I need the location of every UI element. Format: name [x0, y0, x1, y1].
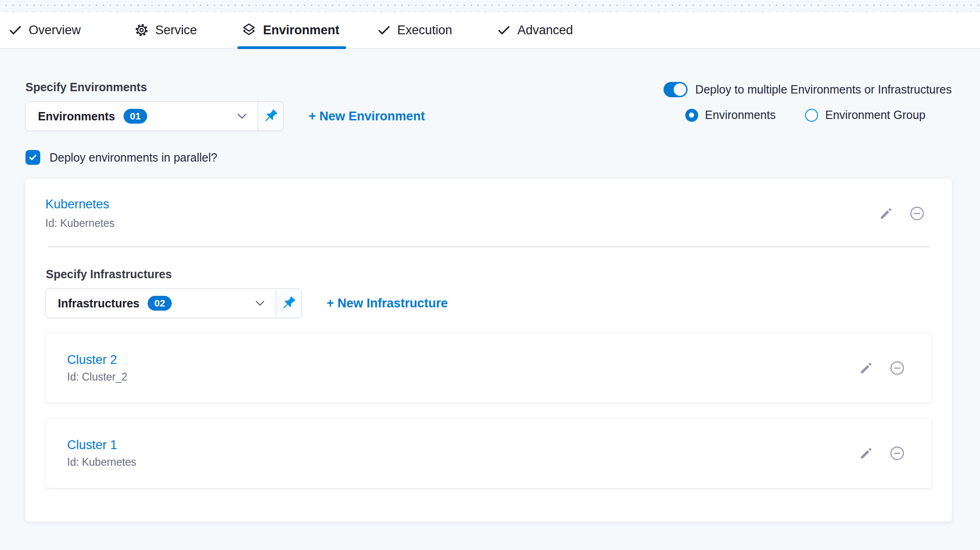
minus-circle-icon [889, 445, 906, 462]
pin-environments-button[interactable] [258, 102, 283, 131]
infrastructures-count-badge: 02 [148, 296, 171, 311]
infrastructure-id: Id: Kubernetes [67, 456, 136, 469]
tab-execution[interactable]: Execution [377, 12, 453, 48]
infrastructure-card: Cluster 2 Id: Cluster_2 [45, 333, 932, 403]
infrastructure-actions [859, 360, 906, 376]
deploy-parallel-row: Deploy environments in parallel? [25, 150, 952, 165]
tab-label: Execution [397, 23, 453, 38]
tab-overview[interactable]: Overview [8, 12, 81, 48]
environment-card: Kubernetes Id: Kubernetes Specify Infras… [25, 179, 952, 522]
radio-environment-group-label: Environment Group [825, 108, 925, 122]
tab-advanced[interactable]: Advanced [497, 12, 573, 48]
minus-circle-icon [889, 360, 906, 376]
infrastructure-card: Cluster 1 Id: Kubernetes [45, 418, 932, 488]
tab-label: Overview [29, 23, 81, 38]
radio-environments-label: Environments [705, 108, 776, 122]
environments-dropdown-value[interactable]: Environments 01 [26, 102, 258, 131]
edit-environment-button[interactable] [879, 206, 893, 220]
toggle-knob [674, 83, 686, 96]
infrastructure-id: Id: Cluster_2 [67, 371, 127, 383]
infrastructures-picker-row: Infrastructures 02 + New Infrastructure [45, 288, 932, 318]
new-environment-button[interactable]: + New Environment [309, 109, 425, 124]
deploy-parallel-checkbox[interactable] [25, 150, 40, 165]
multi-toggle-row: Deploy to multiple Environments or Infra… [664, 82, 952, 97]
radio-environment-group[interactable]: Environment Group [805, 108, 925, 122]
edit-infrastructure-button[interactable] [859, 446, 873, 460]
environment-divider [48, 246, 929, 247]
environment-tab-page: Overview Service Environment Execution A… [0, 0, 980, 550]
tab-label: Advanced [517, 23, 573, 38]
chevron-down-icon [236, 110, 248, 123]
environment-card-titles: Kubernetes Id: Kubernetes [45, 197, 115, 230]
environment-tab-content: Specify Environments Environments 01 + N… [0, 49, 980, 522]
tab-label: Service [155, 23, 197, 38]
stage-tabbar: Overview Service Environment Execution A… [0, 12, 980, 49]
tab-environment[interactable]: Environment [241, 12, 340, 48]
infrastructure-card-titles: Cluster 1 Id: Kubernetes [67, 438, 136, 469]
environments-dropdown-label: Environments [38, 110, 115, 123]
environments-dropdown[interactable]: Environments 01 [25, 101, 284, 131]
check-icon [8, 23, 22, 37]
environments-count-badge: 01 [124, 109, 147, 124]
remove-infrastructure-button[interactable] [889, 360, 906, 376]
infrastructure-card-titles: Cluster 2 Id: Cluster_2 [67, 353, 127, 383]
multi-environments-toggle[interactable] [664, 82, 688, 97]
pin-icon [263, 107, 279, 125]
check-icon [377, 23, 391, 37]
infrastructures-dropdown-label: Infrastructures [58, 297, 139, 310]
tab-label: Environment [263, 23, 340, 38]
pin-infrastructures-button[interactable] [276, 289, 301, 318]
edit-infrastructure-button[interactable] [859, 361, 873, 375]
infrastructures-dropdown-value[interactable]: Infrastructures 02 [46, 289, 276, 318]
pipeline-canvas-dots [0, 0, 980, 12]
specify-infrastructures-heading: Specify Infrastructures [45, 268, 932, 281]
environment-name-link[interactable]: Kubernetes [45, 197, 115, 212]
environment-actions [879, 205, 932, 222]
pencil-icon [859, 446, 873, 460]
pencil-icon [859, 361, 873, 375]
new-infrastructure-button[interactable]: + New Infrastructure [327, 296, 448, 311]
multi-toggle-label: Deploy to multiple Environments or Infra… [695, 83, 952, 96]
remove-infrastructure-button[interactable] [889, 445, 906, 462]
remove-environment-button[interactable] [909, 205, 925, 222]
infrastructure-name-link[interactable]: Cluster 1 [67, 438, 136, 452]
check-icon [497, 23, 511, 37]
deploy-parallel-label: Deploy environments in parallel? [50, 151, 217, 164]
chevron-down-icon [254, 297, 267, 310]
environment-layers-icon [241, 22, 257, 38]
minus-circle-icon [909, 205, 925, 222]
environment-id: Id: Kubernetes [45, 217, 115, 230]
infrastructure-actions [859, 445, 906, 462]
environment-card-header: Kubernetes Id: Kubernetes [45, 197, 932, 230]
pin-icon [281, 294, 297, 312]
gear-icon [134, 23, 149, 38]
pencil-icon [879, 206, 893, 220]
infrastructure-name-link[interactable]: Cluster 2 [67, 353, 127, 367]
checkmark-icon [28, 153, 37, 162]
radio-environments[interactable]: Environments [685, 108, 776, 122]
radio-unselected-icon [805, 109, 818, 122]
multi-environment-block: Deploy to multiple Environments or Infra… [664, 82, 952, 122]
infrastructures-dropdown[interactable]: Infrastructures 02 [45, 288, 302, 318]
radio-selected-icon [685, 109, 698, 122]
environment-type-radio-row: Environments Environment Group [685, 108, 952, 122]
tab-service[interactable]: Service [134, 12, 197, 48]
